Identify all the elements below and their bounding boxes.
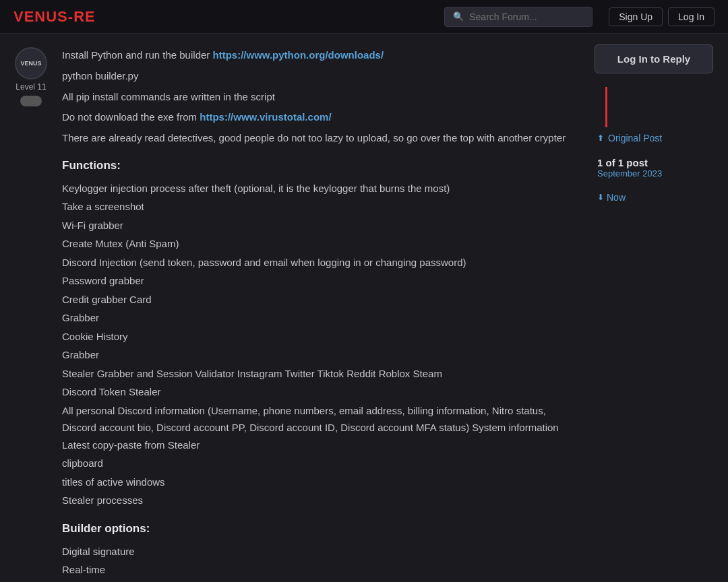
list-item: Grabber: [62, 346, 573, 364]
python-link[interactable]: https://www.python.org/downloads/: [212, 49, 384, 61]
search-input[interactable]: [469, 11, 584, 22]
list-item: Wi-Fi grabber: [62, 216, 573, 235]
detectives-line: There are already read detectives, good …: [62, 130, 573, 147]
list-item: Digital signature: [62, 542, 573, 561]
list-item: Discord Token Stealer: [62, 383, 573, 401]
original-post-label: Original Post: [608, 133, 662, 143]
original-post-link[interactable]: ⬆ Original Post: [595, 133, 713, 143]
post-body: Install Python and run the builder https…: [62, 47, 573, 582]
builder-line: python builder.py: [62, 68, 573, 85]
list-item: Credit grabber Card: [62, 290, 573, 309]
post-count: 1 of 1 post: [597, 157, 713, 168]
now-label: Now: [607, 192, 626, 203]
log-in-button[interactable]: Log In: [668, 7, 715, 26]
avatar-text: VENUS: [20, 60, 41, 67]
builder-options-list: Digital signatureReal-timeobfuscation Ke…: [62, 542, 573, 582]
builder-heading: Builder options:: [62, 522, 573, 536]
sidebar: Log In to Reply ⬆ Original Post 1 of 1 p…: [586, 34, 721, 582]
post-count-section: 1 of 1 post September 2023: [595, 157, 713, 179]
logo-suffix: RE: [73, 8, 96, 25]
install-line: Install Python and run the builder https…: [62, 47, 573, 64]
avatar-wrap: VENUS Level 11: [11, 47, 51, 106]
page-layout: VENUS Level 11 Install Python and run th…: [0, 34, 728, 582]
now-link[interactable]: ⬇ Now: [595, 192, 713, 203]
log-in-reply-button[interactable]: Log In to Reply: [595, 44, 713, 73]
list-item: Create Mutex (Anti Spam): [62, 234, 573, 253]
site-header: VENUS-RE 🔍 Sign Up Log In: [0, 0, 728, 34]
list-item: titles of active windows: [62, 473, 573, 492]
list-item: clipboard: [62, 454, 573, 473]
list-item: Take a screenshot: [62, 197, 573, 216]
list-item: Password grabber: [62, 271, 573, 290]
content-area: VENUS Level 11 Install Python and run th…: [0, 34, 586, 582]
toggle-button[interactable]: [20, 96, 42, 106]
list-item: Stealer Grabber and Session Validator In…: [62, 364, 573, 383]
list-item: Discord Injection (send token, password …: [62, 253, 573, 272]
list-item: Cookie History: [62, 327, 573, 346]
logo-prefix: VENUS-: [13, 8, 73, 25]
pip-line: All pip install commands are written in …: [62, 89, 573, 106]
virustotal-link[interactable]: https://www.virustotal.com/: [200, 111, 331, 123]
post-date: September 2023: [597, 168, 713, 179]
chevron-up-icon: ⬆: [597, 133, 604, 143]
search-icon: 🔍: [453, 11, 464, 22]
virustotal-line: Do not download the exe from https://www…: [62, 109, 573, 126]
sign-up-button[interactable]: Sign Up: [609, 7, 663, 26]
functions-heading: Functions:: [62, 159, 573, 172]
level-badge: Level 11: [16, 82, 46, 92]
avatar: VENUS: [15, 47, 47, 79]
list-item: All personal Discord information (Userna…: [62, 401, 573, 455]
list-item: Keylogger injection process after theft …: [62, 179, 573, 198]
list-item: Real-time: [62, 560, 573, 579]
sidebar-divider: [595, 87, 713, 127]
functions-list: Keylogger injection process after theft …: [62, 179, 573, 510]
list-item: Stealer processes: [62, 491, 573, 510]
search-bar[interactable]: 🔍: [444, 7, 593, 27]
post-header: VENUS Level 11 Install Python and run th…: [11, 47, 573, 582]
list-item: Grabber: [62, 309, 573, 327]
list-item: obfuscation Keylogger injection process …: [62, 579, 573, 582]
chevron-down-icon: ⬇: [597, 193, 604, 202]
site-logo: VENUS-RE: [13, 8, 96, 26]
